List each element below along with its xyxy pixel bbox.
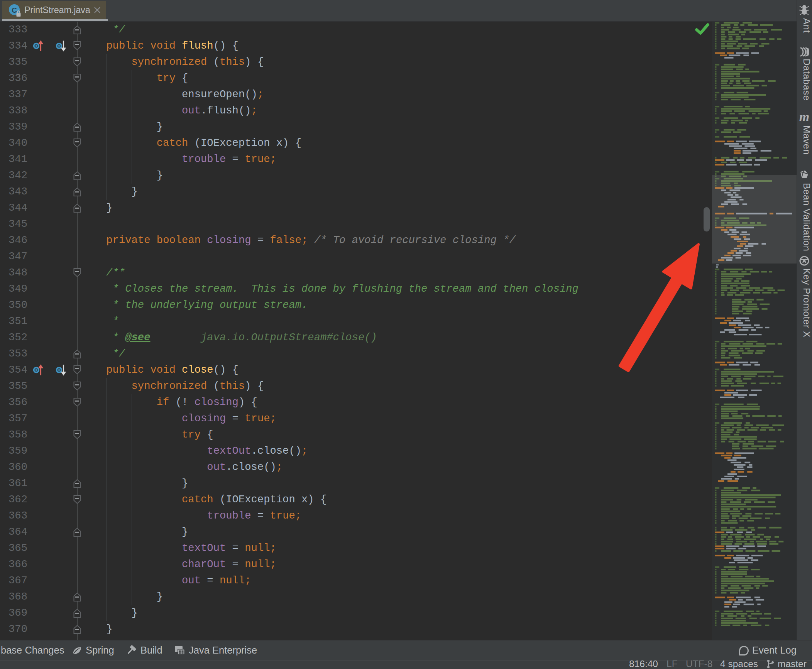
svg-text:m: m [799,110,809,124]
